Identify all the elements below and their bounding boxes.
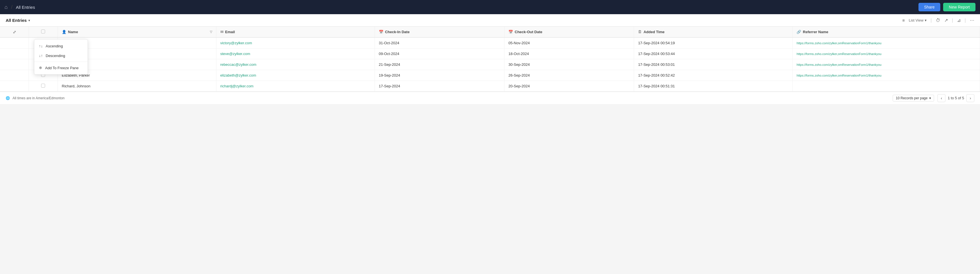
home-icon[interactable]: ⌂ bbox=[5, 4, 8, 10]
separator-3: | bbox=[965, 18, 966, 23]
added-col-header: 🗓 Added Time bbox=[634, 27, 792, 37]
name-cell: Richard, Johnson bbox=[57, 81, 216, 92]
expand-col-header: ⤢ bbox=[0, 27, 29, 37]
topbar-title: All Entries bbox=[16, 5, 35, 10]
footer: 🌐 All times are in America/Edmonton 10 R… bbox=[0, 92, 980, 104]
name-sort-icon[interactable]: ▽ bbox=[210, 30, 212, 34]
freeze-pane-option[interactable]: ❄ Add To Freeze Pane bbox=[34, 63, 88, 73]
ascending-label: Ascending bbox=[46, 44, 63, 48]
name-col-header[interactable]: 👤 Name ▽ bbox=[57, 27, 216, 37]
checkout-col-header: 📅 Check-Out Date bbox=[504, 27, 634, 37]
table-row: Victo victory@zylker.com 31-Oct-2024 05-… bbox=[0, 37, 980, 48]
checkout-cell: 18-Oct-2024 bbox=[504, 48, 634, 59]
share-button[interactable]: Share bbox=[918, 3, 940, 11]
referrer-col-label: Referrer Name bbox=[803, 30, 828, 34]
expand-cell bbox=[0, 37, 29, 48]
footer-pagination: 10 Records per page ▾ ‹ 1 to 5 of 5 › bbox=[892, 94, 974, 102]
added-cell: 17-Sep-2024 00:53:01 bbox=[634, 59, 792, 70]
table-row: Rebecca, John rebeccac@zylker.com 21-Sep… bbox=[0, 59, 980, 70]
descending-label: Descending bbox=[46, 54, 65, 58]
table-row: Elizabeth, Parker elizabeth@zylker.com 1… bbox=[0, 70, 980, 81]
added-col-label: Added Time bbox=[643, 30, 664, 34]
separator-2: | bbox=[952, 18, 953, 23]
checkin-col-header: 📅 Check-In Date bbox=[375, 27, 504, 37]
referrer-cell: https://forms.zoho.com/zylker,omReservat… bbox=[792, 59, 980, 70]
expand-cell bbox=[0, 59, 29, 70]
entries-table: ⤢ 👤 Name ▽ ✉ Email bbox=[0, 27, 980, 92]
email-col-icon: ✉ bbox=[220, 30, 223, 34]
checkin-cell: 31-Oct-2024 bbox=[375, 37, 504, 48]
page-info: 1 to 5 of 5 bbox=[948, 96, 964, 100]
checkout-cell: 20-Sep-2024 bbox=[504, 81, 634, 92]
records-per-page-selector[interactable]: 10 Records per page ▾ bbox=[892, 95, 934, 102]
added-cell: 17-Sep-2024 00:53:44 bbox=[634, 48, 792, 59]
referrer-cell: https://forms.zoho.com/zylker,omReservat… bbox=[792, 48, 980, 59]
name-column-dropdown: ↑↓ Ascending ↓↑ Descending ❄ Add To Free… bbox=[34, 39, 88, 75]
list-view-control[interactable]: List View ▾ bbox=[909, 18, 927, 22]
more-options-icon[interactable]: ⋯ bbox=[970, 18, 974, 23]
table-header-row: ⤢ 👤 Name ▽ ✉ Email bbox=[0, 27, 980, 37]
email-cell[interactable]: rebeccac@zylker.com bbox=[216, 59, 375, 70]
added-cell: 17-Sep-2024 00:52:42 bbox=[634, 70, 792, 81]
footer-timezone: 🌐 All times are in America/Edmonton bbox=[6, 96, 65, 100]
checkout-col-label: Check-Out Date bbox=[515, 30, 542, 34]
referrer-cell bbox=[792, 81, 980, 92]
table-row: Steve steve@zylker.com 09-Oct-2024 18-Oc… bbox=[0, 48, 980, 59]
referrer-cell: https://forms.zoho.com/zylker,omReservat… bbox=[792, 37, 980, 48]
ascending-icon: ↑↓ bbox=[39, 44, 43, 48]
clock-icon[interactable]: ⏱ bbox=[936, 18, 940, 23]
separator-1: | bbox=[931, 18, 932, 23]
checkin-col-label: Check-In Date bbox=[385, 30, 410, 34]
list-view-label: List View bbox=[909, 18, 924, 22]
next-page-button[interactable]: › bbox=[966, 94, 974, 102]
title-chevron-icon[interactable]: ▾ bbox=[29, 18, 30, 22]
email-col-label: Email bbox=[225, 30, 235, 34]
expand-cell bbox=[0, 70, 29, 81]
row-checkbox[interactable] bbox=[41, 84, 45, 88]
added-col-icon: 🗓 bbox=[638, 30, 642, 34]
name-col-icon: 👤 bbox=[62, 30, 66, 34]
descending-icon: ↓↑ bbox=[39, 53, 43, 58]
records-chevron-icon: ▾ bbox=[929, 96, 931, 100]
share-icon[interactable]: ↗ bbox=[944, 18, 948, 23]
referrer-col-icon: 🔗 bbox=[797, 30, 801, 34]
checkout-cell: 30-Sep-2024 bbox=[504, 59, 634, 70]
name-col-label: Name bbox=[68, 30, 78, 34]
records-per-page-label: 10 Records per page bbox=[896, 96, 928, 100]
expand-icon: ⤢ bbox=[13, 30, 16, 34]
checkout-cell: 05-Nov-2024 bbox=[504, 37, 634, 48]
descending-option[interactable]: ↓↑ Descending bbox=[34, 51, 88, 61]
added-cell: 17-Sep-2024 00:54:19 bbox=[634, 37, 792, 48]
checkout-cell: 26-Sep-2024 bbox=[504, 70, 634, 81]
list-view-chevron-icon: ▾ bbox=[925, 18, 927, 22]
referrer-cell: https://forms.zoho.com/zylker,omReservat… bbox=[792, 70, 980, 81]
filter-icon[interactable]: ⊿ bbox=[957, 18, 961, 23]
checkin-col-icon: 📅 bbox=[379, 30, 383, 34]
checkbox-cell[interactable] bbox=[29, 81, 58, 92]
filter-lines-icon: ≡ bbox=[902, 18, 905, 23]
prev-page-button[interactable]: ‹ bbox=[937, 94, 945, 102]
new-report-button[interactable]: New Report bbox=[943, 3, 975, 11]
select-all-checkbox[interactable] bbox=[41, 30, 45, 33]
timezone-label: All times are in America/Edmonton bbox=[13, 96, 64, 100]
checkin-cell: 17-Sep-2024 bbox=[375, 81, 504, 92]
ascending-option[interactable]: ↑↓ Ascending bbox=[34, 41, 88, 51]
email-cell[interactable]: richardj@zylker.com bbox=[216, 81, 375, 92]
freeze-label: Add To Freeze Pane bbox=[45, 66, 78, 70]
subheader: All Entries ▾ ≡ List View ▾ | ⏱ ↗ | ⊿ | … bbox=[0, 14, 980, 27]
checkout-col-icon: 📅 bbox=[508, 30, 513, 34]
table-row: Richard, Johnson richardj@zylker.com 17-… bbox=[0, 81, 980, 92]
pagination-controls: ‹ 1 to 5 of 5 › bbox=[937, 94, 974, 102]
checkin-cell: 21-Sep-2024 bbox=[375, 59, 504, 70]
checkin-cell: 19-Sep-2024 bbox=[375, 70, 504, 81]
added-cell: 17-Sep-2024 00:51:31 bbox=[634, 81, 792, 92]
topbar: ⌂ / All Entries Share New Report bbox=[0, 0, 980, 14]
checkin-cell: 09-Oct-2024 bbox=[375, 48, 504, 59]
email-cell[interactable]: victory@zylker.com bbox=[216, 37, 375, 48]
table-wrap: ⤢ 👤 Name ▽ ✉ Email bbox=[0, 27, 980, 92]
page-title: All Entries bbox=[6, 18, 27, 23]
expand-cell bbox=[0, 81, 29, 92]
email-cell[interactable]: steve@zylker.com bbox=[216, 48, 375, 59]
checkbox-col-header[interactable] bbox=[29, 27, 58, 37]
email-cell[interactable]: elizabeth@zylker.com bbox=[216, 70, 375, 81]
